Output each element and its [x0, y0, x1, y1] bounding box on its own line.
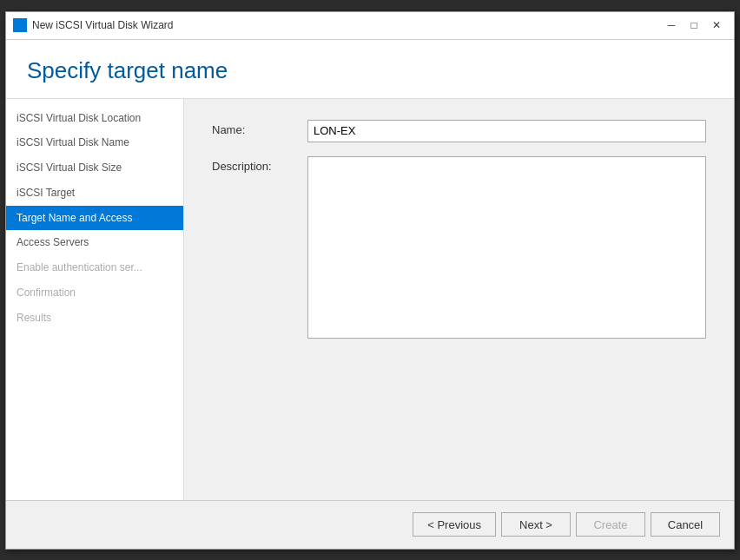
sidebar-item-disk-name[interactable]: iSCSI Virtual Disk Name — [6, 130, 183, 155]
sidebar-item-results: Results — [6, 306, 183, 331]
sidebar-item-access-servers[interactable]: Access Servers — [6, 230, 183, 255]
next-button[interactable]: Next > — [501, 512, 571, 537]
svg-rect-0 — [15, 20, 19, 24]
maximize-button[interactable]: □ — [684, 16, 704, 34]
window-title: New iSCSI Virtual Disk Wizard — [32, 19, 661, 31]
main-window: New iSCSI Virtual Disk Wizard ─ □ ✕ Spec… — [5, 11, 735, 550]
page-header: Specify target name — [6, 40, 734, 99]
sidebar-item-disk-location[interactable]: iSCSI Virtual Disk Location — [6, 106, 183, 131]
content-area: Specify target name iSCSI Virtual Disk L… — [6, 40, 734, 549]
cancel-button[interactable]: Cancel — [651, 512, 720, 537]
page-title: Specify target name — [27, 57, 713, 84]
sidebar-item-iscsi-target[interactable]: iSCSI Target — [6, 181, 183, 206]
name-input[interactable] — [307, 120, 706, 142]
title-bar: New iSCSI Virtual Disk Wizard ─ □ ✕ — [6, 12, 734, 40]
sidebar-item-disk-size[interactable]: iSCSI Virtual Disk Size — [6, 155, 183, 181]
description-label: Description: — [212, 156, 307, 173]
svg-rect-1 — [21, 20, 25, 24]
name-label: Name: — [212, 120, 307, 136]
window-controls: ─ □ ✕ — [661, 16, 727, 34]
create-button[interactable]: Create — [576, 512, 645, 537]
sidebar-item-enable-auth: Enable authentication ser... — [6, 255, 183, 280]
app-icon — [13, 18, 27, 32]
description-textarea[interactable] — [307, 156, 706, 339]
footer: < Previous Next > Create Cancel — [6, 500, 734, 549]
sidebar-item-confirmation: Confirmation — [6, 280, 183, 306]
sidebar: iSCSI Virtual Disk Location iSCSI Virtua… — [6, 99, 184, 500]
sidebar-item-target-name-access[interactable]: Target Name and Access — [6, 206, 183, 231]
description-row: Description: — [212, 156, 706, 339]
svg-rect-3 — [21, 26, 25, 30]
name-row: Name: — [212, 120, 706, 142]
close-button[interactable]: ✕ — [706, 16, 727, 34]
form-area: Name: Description: — [184, 99, 734, 500]
minimize-button[interactable]: ─ — [661, 16, 682, 34]
svg-rect-2 — [15, 26, 19, 30]
main-section: iSCSI Virtual Disk Location iSCSI Virtua… — [6, 99, 734, 500]
previous-button[interactable]: < Previous — [413, 512, 496, 537]
